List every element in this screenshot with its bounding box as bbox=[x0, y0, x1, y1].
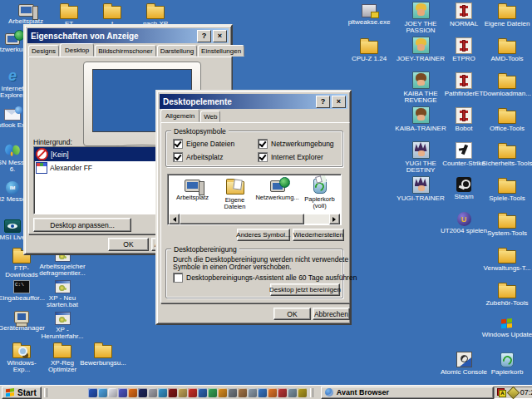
desktop-icon[interactable]: Papierkorb (voll) bbox=[298, 177, 341, 210]
checkbox-icon[interactable] bbox=[173, 139, 183, 149]
desktop-icon[interactable]: XP-Reg Optimizer bbox=[39, 341, 86, 372]
restore-button[interactable]: Wiederherstellen bbox=[293, 229, 344, 241]
desktop-icon[interactable]: Office-Tools bbox=[480, 106, 532, 141]
desktop-icon[interactable]: pltweakse.exe bbox=[345, 2, 393, 37]
tab-einstellungen[interactable]: Einstellungen bbox=[198, 45, 244, 57]
checkbox-label: Internet Explorer bbox=[271, 153, 323, 161]
checkbox-internet-explorer[interactable]: Internet Explorer bbox=[258, 152, 323, 162]
tray-icon-1[interactable] bbox=[497, 388, 506, 397]
desktop-icon[interactable]: Windows Update bbox=[480, 316, 532, 351]
desktop-icon-label: AMD-Tools bbox=[490, 56, 523, 62]
help-button[interactable]: ? bbox=[316, 96, 330, 108]
window-title: Eigenschaften von Anzeige bbox=[31, 32, 195, 41]
desktop-icon[interactable]: Windows-Exp... bbox=[0, 341, 43, 372]
bitmap-file-icon bbox=[36, 162, 47, 174]
background-item-alexander[interactable]: Alexander FF bbox=[34, 161, 164, 175]
start-button[interactable]: Start bbox=[2, 387, 42, 399]
desktop-icon[interactable]: System-Tools bbox=[480, 211, 532, 246]
desktop-icon[interactable]: Eingabeauffor... bbox=[0, 278, 43, 309]
checkbox-arbeitsplatz[interactable]: Arbeitsplatz bbox=[173, 152, 223, 162]
quick-launch-icon-19[interactable] bbox=[268, 388, 277, 397]
tab-web[interactable]: Web bbox=[200, 111, 220, 122]
quick-launch-icon-17[interactable] bbox=[248, 388, 257, 397]
background-item-kein[interactable]: [Kein] bbox=[34, 147, 164, 161]
folder-icon bbox=[360, 41, 378, 54]
quick-launch-icon-10[interactable] bbox=[178, 388, 187, 397]
desktop-icon[interactable]: Eigene Dateien bbox=[214, 177, 256, 210]
tray-icon-2[interactable] bbox=[507, 386, 520, 399]
quick-launch-icon-3[interactable] bbox=[108, 388, 117, 397]
desktop-items-titlebar[interactable]: Desktopelemente ? × bbox=[160, 94, 347, 109]
quick-launch-icon-12[interactable] bbox=[198, 388, 207, 397]
quick-launch-icon-11[interactable] bbox=[188, 388, 197, 397]
toolbar-grip[interactable] bbox=[44, 388, 47, 397]
scrollbar-thumb[interactable] bbox=[180, 214, 304, 224]
scroll-left-button[interactable] bbox=[169, 214, 180, 224]
tab-allgemein[interactable]: Allgemein bbox=[160, 109, 200, 122]
tab-designs[interactable]: Designs bbox=[28, 45, 59, 57]
toolbar-grip[interactable] bbox=[310, 388, 313, 397]
quick-launch-icon-18[interactable] bbox=[258, 388, 267, 397]
horizontal-scrollbar[interactable] bbox=[169, 214, 340, 224]
customize-desktop-button[interactable]: Desktop anpassen... bbox=[33, 218, 131, 232]
ok-button[interactable]: OK bbox=[273, 308, 311, 320]
desktop-icon[interactable]: Spiele-Tools bbox=[480, 176, 532, 211]
background-list[interactable]: [Kein] Alexander FF bbox=[33, 146, 165, 214]
ok-button[interactable]: OK bbox=[108, 238, 149, 251]
desktop-icon[interactable]: Arbeitsplatz bbox=[171, 177, 214, 210]
tab-darstellung[interactable]: Darstellung bbox=[157, 45, 197, 57]
checkbox-icon[interactable] bbox=[173, 273, 183, 283]
checkbox-icon[interactable] bbox=[258, 139, 268, 149]
desktop-icon[interactable]: Netzwerkumg... bbox=[256, 177, 298, 210]
quick-launch-icon-1[interactable] bbox=[88, 388, 97, 397]
quick-launch-icon-7[interactable] bbox=[148, 388, 157, 397]
quick-launch-icon-8[interactable] bbox=[158, 388, 167, 397]
close-button[interactable]: × bbox=[332, 96, 346, 108]
checkbox-eigene-dateien[interactable]: Eigene Dateien bbox=[173, 139, 234, 149]
quick-launch-icon-4[interactable] bbox=[118, 388, 127, 397]
checkbox-cleanup-wizard[interactable]: Desktopbereinigungs-Assistent alle 60 Ta… bbox=[173, 273, 357, 283]
checkbox-icon[interactable] bbox=[258, 152, 268, 162]
folder-icon bbox=[94, 345, 112, 358]
close-button[interactable]: × bbox=[213, 30, 227, 42]
quick-launch-icon-13[interactable] bbox=[208, 388, 217, 397]
desktop-icon[interactable]: Eigene Dateien bbox=[480, 2, 532, 37]
display-properties-titlebar[interactable]: Eigenschaften von Anzeige ? × bbox=[27, 28, 229, 43]
desktop-icon[interactable]: AMD-Tools bbox=[480, 37, 532, 71]
help-button[interactable]: ? bbox=[197, 30, 211, 42]
quick-launch-icon-6[interactable] bbox=[138, 388, 147, 397]
desktop-icon-label: Windows-Exp... bbox=[0, 360, 43, 373]
tab-bildschirmschoner[interactable]: Bildschirmschoner bbox=[95, 45, 155, 57]
desktop-icon-label: Papierkorb (voll) bbox=[298, 196, 341, 209]
cancel-button[interactable]: Abbrechen bbox=[313, 308, 350, 320]
quick-launch-icon-22[interactable] bbox=[298, 388, 307, 397]
desktop-icon[interactable]: Papierkorb bbox=[480, 351, 532, 386]
steam-icon bbox=[456, 177, 471, 192]
checkbox-netzwerkumgebung[interactable]: Netzwerkumgebung bbox=[258, 139, 334, 149]
desktop-icon[interactable]: Zubehör-Tools bbox=[480, 281, 532, 316]
task-button-avant-browser[interactable]: Avant Browser bbox=[321, 387, 494, 399]
desktop-icon[interactable]: XP - Neu starten.bat bbox=[39, 278, 86, 309]
desktop-icon[interactable]: CPU-Z 1.24 bbox=[345, 37, 393, 71]
desktop-icon[interactable]: Gerätemanager bbox=[0, 309, 43, 341]
quick-launch-icon-15[interactable] bbox=[228, 388, 237, 397]
cleanup-now-button[interactable]: Desktop jetzt bereinigen bbox=[270, 283, 340, 296]
quick-launch-icon-9[interactable] bbox=[168, 388, 177, 397]
quick-launch-icon-2[interactable] bbox=[98, 388, 107, 397]
quick-launch-icon-20[interactable] bbox=[278, 388, 287, 397]
desktop-icon[interactable]: XP - Herunterfahr... bbox=[39, 309, 86, 341]
desktop-icon[interactable]: Sicherheits-Tools bbox=[480, 141, 532, 176]
quick-launch-icon-21[interactable] bbox=[288, 388, 297, 397]
icon-preview-list[interactable]: ArbeitsplatzEigene DateienNetzwerkumg...… bbox=[167, 174, 342, 225]
system-tray: 07:23 bbox=[494, 387, 532, 399]
desktop-icon[interactable]: Verwaltungs-T... bbox=[480, 246, 532, 281]
scroll-right-button[interactable] bbox=[329, 214, 340, 224]
tab-desktop[interactable]: Desktop bbox=[60, 43, 94, 57]
quick-launch-icon-5[interactable] bbox=[128, 388, 137, 397]
change-icon-button[interactable]: Anderes Symbol... bbox=[237, 229, 290, 241]
desktop-icon[interactable]: Bewerbungsu... bbox=[80, 341, 126, 372]
quick-launch-icon-16[interactable] bbox=[238, 388, 247, 397]
quick-launch-icon-14[interactable] bbox=[218, 388, 227, 397]
checkbox-icon[interactable] bbox=[173, 152, 183, 162]
desktop-icon[interactable]: Downloadman... bbox=[480, 71, 532, 106]
